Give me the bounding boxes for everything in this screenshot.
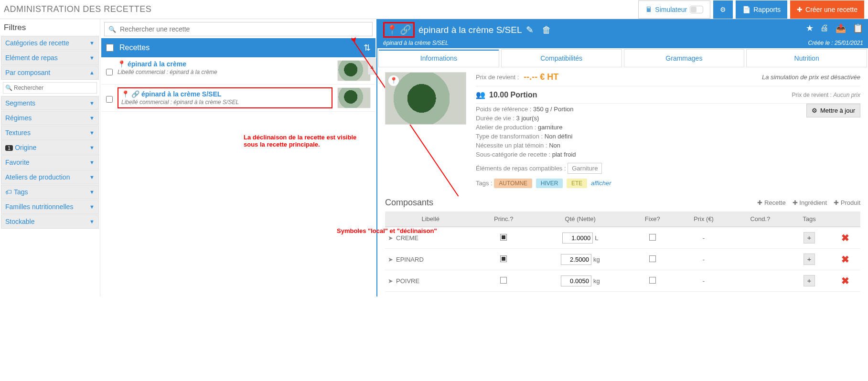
- cost-per-value: Aucun prix: [833, 92, 860, 98]
- add-tag-button[interactable]: +: [804, 254, 815, 265]
- tab-informations[interactable]: Informations: [378, 49, 499, 67]
- print-icon[interactable]: 🖨: [820, 23, 829, 33]
- sort-icon[interactable]: ⇅: [364, 42, 371, 53]
- fixe-checkbox[interactable]: [649, 277, 656, 284]
- delete-row-button[interactable]: ✖: [841, 275, 849, 286]
- composant-row: ➤POIVREkg-+✖: [385, 270, 860, 292]
- recipe-detail-panel: 📍 🔗 épinard à la crème S/SEL ✎ 🗑 épinard…: [377, 19, 868, 296]
- qty-unit: kg: [593, 256, 600, 263]
- filter-categories[interactable]: Catégories de recette▼: [1, 36, 99, 50]
- filter-composant[interactable]: Par composant▲: [1, 65, 99, 80]
- th-cond: Cond.?: [732, 212, 788, 227]
- shelf-life-value: 3 jour(s): [516, 115, 539, 122]
- recipe-list-title: Recettes: [119, 43, 150, 52]
- filter-composant-body: 🔍: [0, 80, 100, 95]
- search-icon: 🔍: [5, 85, 12, 91]
- transform-label: Type de transformation :: [476, 133, 545, 140]
- tag-ete[interactable]: ETE: [567, 179, 587, 188]
- row-checkbox[interactable]: [106, 96, 113, 103]
- filter-familles[interactable]: Familles nutritionnelles▼: [1, 200, 99, 214]
- qty-input[interactable]: [562, 233, 593, 243]
- create-label: Créer une recette: [805, 6, 857, 13]
- tag-hiver[interactable]: HIVER: [536, 179, 563, 188]
- annotation-visibility: La déclinaison de la recette est visible…: [244, 134, 368, 148]
- chevron-down-icon: ▼: [89, 130, 95, 136]
- photo-pin-icon: 📍: [388, 75, 399, 86]
- princ-checkbox[interactable]: [500, 277, 507, 284]
- recipe-commercial-label: Libellé commercial : épinard à la crème …: [121, 99, 329, 106]
- tab-compatibilites[interactable]: Compatibilités: [501, 49, 622, 67]
- recipe-list-header: Recettes ⇅: [101, 38, 375, 57]
- recipe-commercial-label: Libellé commercial : épinard à la crème: [118, 69, 332, 75]
- annotation-symbols: Symboles "local" et "déclinaison": [337, 227, 471, 234]
- th-qte: Qté (Nette): [531, 212, 630, 227]
- delete-row-button[interactable]: ✖: [841, 254, 849, 265]
- comp-prix: -: [675, 249, 732, 270]
- weight-value: 350 g / Portion: [533, 106, 574, 113]
- tab-nutrition[interactable]: Nutrition: [746, 49, 867, 67]
- gear-icon: ⚙: [812, 107, 817, 114]
- composant-search-input[interactable]: [3, 82, 97, 94]
- star-icon[interactable]: ★: [806, 23, 814, 33]
- tag-automne[interactable]: AUTOMNE: [494, 179, 532, 188]
- show-all-tags-link[interactable]: afficher: [591, 180, 611, 187]
- gear-icon: ⚙: [720, 6, 726, 13]
- top-toolbar: ADMINISTRATION DES RECETTES 🖩 Simulateur…: [0, 0, 868, 19]
- th-fixe: Fixe?: [630, 212, 675, 227]
- qty-unit: L: [595, 234, 598, 242]
- update-button[interactable]: ⚙Mettre à jour: [806, 104, 860, 117]
- simulateur-toggle[interactable]: [690, 6, 703, 13]
- filter-segments[interactable]: Segments▼: [1, 96, 99, 110]
- qty-input[interactable]: [561, 254, 591, 265]
- th-tags: Tags: [789, 212, 830, 227]
- add-produit-button[interactable]: ✚ Produit: [834, 199, 860, 206]
- tab-grammages[interactable]: Grammages: [624, 49, 745, 67]
- composants-table: Libellé Princ.? Qté (Nette) Fixe? Prix (…: [385, 212, 860, 292]
- rapports-button[interactable]: 📄 Rapports: [736, 0, 787, 19]
- row-checkbox[interactable]: [106, 69, 113, 75]
- filters-title: Filtres: [0, 19, 100, 35]
- cost-label: Prix de revient :: [476, 74, 519, 81]
- variant-link-icon: 🔗: [400, 24, 411, 35]
- detail-symbol-highlight: 📍 🔗: [383, 22, 415, 38]
- create-recipe-button[interactable]: ✚ Créer une recette: [790, 0, 864, 19]
- recipe-row[interactable]: 📍épinard à la crème Libellé commercial :…: [101, 57, 375, 85]
- copy-icon[interactable]: 📋: [853, 23, 863, 33]
- recipe-row-variant[interactable]: 📍🔗épinard à la crème S/SEL Libellé comme…: [101, 85, 375, 112]
- trash-icon[interactable]: 🗑: [542, 25, 551, 35]
- princ-checkbox[interactable]: [500, 255, 507, 262]
- ingredient-icon: ➤: [388, 234, 393, 242]
- recipe-search-input[interactable]: [120, 25, 368, 33]
- chevron-down-icon: ▼: [89, 174, 95, 180]
- qty-input[interactable]: [561, 275, 591, 286]
- add-recette-button[interactable]: ✚ Recette: [757, 199, 785, 206]
- add-tag-button[interactable]: +: [804, 275, 815, 286]
- add-ingredient-button[interactable]: ✚ Ingrédient: [793, 199, 827, 206]
- export-icon[interactable]: 📤: [836, 23, 846, 33]
- filter-tags[interactable]: 🏷Tags▼: [1, 185, 99, 199]
- select-all-checkbox[interactable]: [106, 44, 114, 52]
- filter-favorite[interactable]: Favorite▼: [1, 155, 99, 169]
- filter-textures[interactable]: Textures▼: [1, 126, 99, 140]
- rapports-label: Rapports: [753, 6, 781, 13]
- chevron-down-icon: ▼: [89, 55, 95, 61]
- edit-icon[interactable]: ✎: [526, 24, 534, 35]
- simulateur-button[interactable]: 🖩 Simulateur: [638, 0, 710, 19]
- control-plate-label: Nécessite un plat témoin :: [476, 142, 549, 149]
- filter-stockable[interactable]: Stockable▼: [1, 214, 99, 229]
- add-tag-button[interactable]: +: [804, 232, 815, 243]
- info-section: 📍 Prix de revient : --.-- € HT La simula…: [377, 67, 868, 193]
- filter-ateliers[interactable]: Ateliers de production▼: [1, 170, 99, 184]
- settings-button[interactable]: ⚙: [713, 0, 733, 19]
- composants-title: Composants: [385, 198, 433, 208]
- filter-element[interactable]: Elément de repas▼: [1, 51, 99, 65]
- composant-row: ➤EPINARDkg-+✖: [385, 249, 860, 270]
- delete-row-button[interactable]: ✖: [841, 233, 849, 243]
- filter-origine[interactable]: 1Origine▼: [1, 140, 99, 155]
- cost-per-label: Prix de revient :: [792, 92, 832, 98]
- comp-libelle: ➤EPINARD: [385, 249, 476, 270]
- fixe-checkbox[interactable]: [649, 234, 656, 241]
- princ-checkbox[interactable]: [500, 234, 507, 241]
- filter-regimes[interactable]: Régimes▼: [1, 111, 99, 125]
- fixe-checkbox[interactable]: [649, 255, 656, 262]
